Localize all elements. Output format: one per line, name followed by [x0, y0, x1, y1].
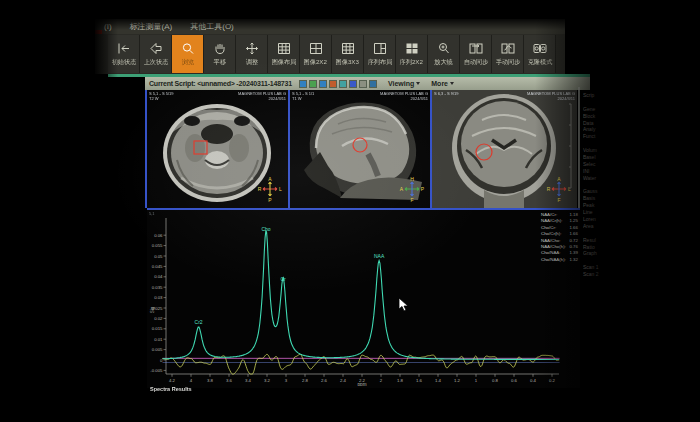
spectrum-tool-icon[interactable] — [339, 80, 347, 88]
toolbar-series-2x2-button[interactable]: 序列2X2 — [396, 35, 428, 73]
more-dropdown[interactable]: More — [431, 80, 454, 87]
toolbar-button-label: 初始状态 — [111, 58, 136, 67]
svg-text:2.6: 2.6 — [321, 378, 328, 383]
parameter-row[interactable]: INI — [583, 168, 611, 175]
svg-text:R: R — [258, 186, 262, 192]
browse-magnifier-icon — [180, 38, 196, 58]
parameter-row[interactable]: Line — [583, 209, 611, 216]
spectrum-panel: 0.060.0550.050.0450.040.0350.030.0250.02… — [147, 208, 580, 388]
toolbar-image-layout-button[interactable]: 图像布局 — [268, 35, 300, 73]
svg-text:3.8: 3.8 — [207, 378, 214, 383]
viewing-dropdown[interactable]: Viewing — [388, 80, 420, 87]
parameter-row[interactable]: Scan 1 — [583, 264, 611, 271]
parameter-row[interactable]: Selec — [583, 161, 611, 168]
parameter-row[interactable]: Peak — [583, 202, 611, 209]
orientation-marker: APHF — [399, 176, 425, 206]
svg-text:4: 4 — [190, 378, 193, 383]
svg-text:L: L — [568, 186, 571, 192]
parameter-row — [583, 99, 611, 106]
svg-text:0.01: 0.01 — [154, 337, 163, 342]
parameter-row[interactable]: Graph — [583, 250, 611, 257]
toolbar-image-2x2-button[interactable]: 图像2X2 — [300, 35, 332, 73]
parameter-row[interactable]: Scan 2 — [583, 271, 611, 278]
svg-text:1.2: 1.2 — [454, 378, 461, 383]
toolbar-previous-state-button[interactable]: 上次状态 — [140, 35, 172, 73]
roi-tool-icon[interactable] — [329, 80, 337, 88]
parameter-row[interactable]: Scrip — [583, 92, 611, 99]
toolbar-initial-state-button[interactable]: 初始状态 — [108, 35, 140, 73]
chart-corner-label: 5,1 — [149, 211, 155, 216]
parameter-row[interactable]: Gene — [583, 106, 611, 113]
report-tool-icon[interactable] — [349, 80, 357, 88]
parameter-row[interactable]: Gauss — [583, 188, 611, 195]
orientation-marker: RLAP — [257, 176, 283, 206]
svg-text:3: 3 — [285, 378, 288, 383]
spectra-results-label: Spectra Results — [150, 386, 192, 392]
svg-text:3.4: 3.4 — [245, 378, 252, 383]
parameter-row[interactable]: Volum — [583, 147, 611, 154]
menu-item-other-tools[interactable]: 其他工具(O) — [181, 21, 243, 32]
image-2x2-icon — [308, 38, 324, 58]
zoom-glass-icon — [436, 38, 452, 58]
more-label: More — [431, 80, 448, 87]
svg-text:0.02: 0.02 — [154, 316, 163, 321]
parameter-row[interactable]: Area — [583, 223, 611, 230]
toolbar-adjust-button[interactable]: 调整 — [236, 35, 268, 73]
viewport-axial[interactable]: S 5,1 - S 5/19 T2 WMAGNETOM PLUS LAB G 2… — [147, 90, 288, 208]
parameter-row[interactable]: Resul — [583, 237, 611, 244]
svg-text:3.6: 3.6 — [226, 378, 233, 383]
parameter-row[interactable]: Basis — [583, 195, 611, 202]
viewport-coronal[interactable]: S 6,3 - S 9/19MAGNETOM PLUS LAB G 2024/3… — [432, 90, 577, 208]
toolbar-clone-mode-button[interactable]: 克隆模式 — [524, 35, 556, 73]
parameter-row[interactable]: Ratio — [583, 244, 611, 251]
toolbar-pan-button[interactable]: 平移 — [204, 35, 236, 73]
svg-text:1.6: 1.6 — [416, 378, 423, 383]
toolbar-series-layout-button[interactable]: 序列布局 — [364, 35, 396, 73]
parameter-row[interactable]: Analy — [583, 126, 611, 133]
peak-label-Cr2: Cr2 — [195, 319, 203, 325]
viewport-sagittal[interactable]: S 5,1 - S 1/1 T1 WMAGNETOM PLUS LAB G 20… — [290, 90, 430, 208]
toolbar-image-3x3-button[interactable]: 图像3X3 — [332, 35, 364, 73]
toolbar-magnify-button[interactable]: 放大镜 — [428, 35, 460, 73]
screen-photo: (I)标注测量(A)其他工具(O) 初始状态上次状态浏览平移调整图像布局图像2X… — [0, 0, 700, 422]
parameter-row — [583, 140, 611, 147]
svg-text:4.2: 4.2 — [169, 378, 176, 383]
palette-tool-icon[interactable] — [359, 80, 367, 88]
sync-tool-icon[interactable] — [309, 80, 317, 88]
parameter-row[interactable]: Water — [583, 175, 611, 182]
script-bar-icons — [299, 80, 377, 88]
svg-text:0.06: 0.06 — [154, 233, 163, 238]
parameter-row[interactable]: Funct — [583, 133, 611, 140]
svg-text:0.005: 0.005 — [152, 347, 163, 352]
svg-text:0.05: 0.05 — [154, 254, 163, 259]
toolbar-browse-button[interactable]: 浏览 — [172, 35, 204, 73]
menu-item-annotate-measure[interactable]: 标注测量(A) — [121, 21, 182, 32]
svg-text:0.045: 0.045 — [152, 264, 163, 269]
svg-text:A: A — [268, 176, 272, 182]
svg-text:F: F — [557, 197, 560, 203]
peak-label-NAA: NAA — [374, 253, 385, 259]
ratio-row: Cho/NAA(h):1.32 — [541, 257, 578, 263]
viewing-label: Viewing — [388, 80, 414, 87]
peak-label-Cr: Cr — [281, 276, 287, 282]
svg-text:1.4: 1.4 — [435, 378, 442, 383]
toolbar-auto-sync-button[interactable]: 自动同步 — [460, 35, 492, 73]
toolbar-manual-sync-button[interactable]: 手动同步 — [492, 35, 524, 73]
svg-text:2.8: 2.8 — [302, 378, 309, 383]
chevron-down-icon — [416, 82, 420, 85]
parameter-row[interactable]: Block — [583, 113, 611, 120]
parameter-row[interactable]: Basel — [583, 154, 611, 161]
export-tool-icon[interactable] — [369, 80, 377, 88]
manual-sync-icon — [500, 38, 516, 58]
grid-tool-icon[interactable] — [319, 80, 327, 88]
layout-tool-icon[interactable] — [299, 80, 307, 88]
toolbar-button-label: 图像布局 — [271, 58, 296, 67]
parameter-row[interactable]: Loren — [583, 216, 611, 223]
toolbar-button-label: 浏览 — [181, 58, 193, 67]
svg-text:0.2: 0.2 — [549, 378, 556, 383]
menu-bar: (I)标注测量(A)其他工具(O) — [95, 19, 565, 34]
svg-text:2: 2 — [380, 378, 383, 383]
spectrum-chart[interactable]: 0.060.0550.050.0450.040.0350.030.0250.02… — [147, 210, 580, 386]
parameter-row — [583, 257, 611, 264]
parameter-row[interactable]: Data — [583, 120, 611, 127]
